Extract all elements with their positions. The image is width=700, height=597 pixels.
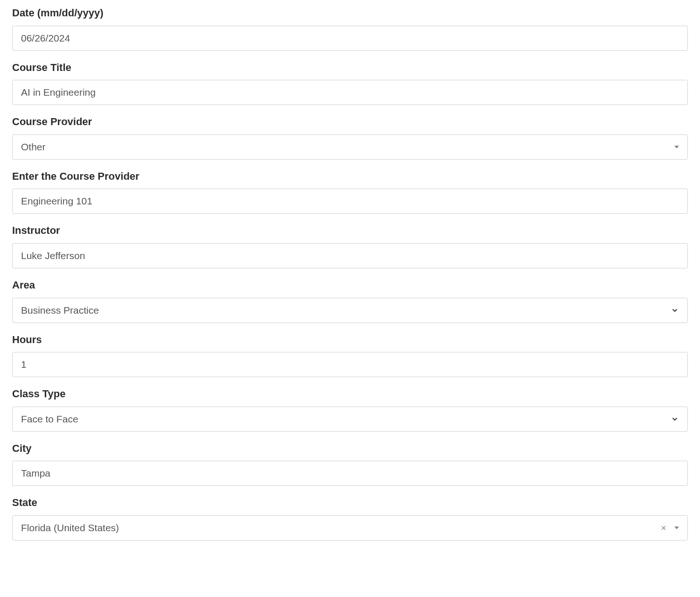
form-page: Date (mm/dd/yyyy) Course Title Course Pr… [0, 0, 700, 597]
area-select[interactable]: Business Practice [12, 298, 688, 323]
field-group-course-provider: Course Provider Other [12, 115, 688, 160]
state-value: Florida (United States) [21, 522, 660, 534]
hours-input[interactable] [21, 352, 679, 377]
course-provider-caret-wrapper [672, 146, 679, 148]
chevron-down-icon [671, 306, 679, 315]
course-title-input[interactable] [21, 80, 679, 105]
city-input[interactable] [21, 461, 679, 485]
enter-provider-input-wrapper [12, 189, 688, 214]
course-provider-select[interactable]: Other [12, 134, 688, 160]
field-group-city: City [12, 442, 688, 486]
field-group-area: Area Business Practice [12, 279, 688, 323]
class-type-value: Face to Face [21, 414, 671, 425]
enter-provider-label: Enter the Course Provider [12, 170, 688, 183]
course-provider-label: Course Provider [12, 115, 688, 129]
state-right-icons [660, 525, 679, 531]
caret-down-icon [674, 146, 679, 148]
state-label: State [12, 496, 688, 510]
chevron-down-icon [671, 415, 679, 423]
date-input-wrapper [12, 26, 688, 51]
state-select[interactable]: Florida (United States) [12, 515, 688, 541]
course-provider-value: Other [21, 141, 672, 153]
field-group-class-type: Class Type Face to Face [12, 387, 688, 432]
instructor-input[interactable] [21, 244, 679, 268]
instructor-label: Instructor [12, 224, 688, 238]
field-group-course-title: Course Title [12, 61, 688, 105]
caret-down-icon [674, 527, 679, 529]
field-group-date: Date (mm/dd/yyyy) [12, 7, 688, 51]
hours-label: Hours [12, 333, 688, 347]
date-label: Date (mm/dd/yyyy) [12, 7, 688, 20]
enter-provider-input[interactable] [21, 189, 679, 213]
course-title-label: Course Title [12, 61, 688, 75]
hours-input-wrapper [12, 352, 688, 377]
class-type-label: Class Type [12, 387, 688, 401]
field-group-enter-provider: Enter the Course Provider [12, 170, 688, 214]
city-input-wrapper [12, 461, 688, 486]
class-type-select[interactable]: Face to Face [12, 407, 688, 432]
instructor-input-wrapper [12, 243, 688, 268]
course-title-input-wrapper [12, 80, 688, 105]
clear-icon[interactable] [660, 525, 667, 531]
area-value: Business Practice [21, 305, 671, 316]
area-label: Area [12, 279, 688, 292]
date-input[interactable] [21, 26, 679, 50]
field-group-state: State Florida (United States) [12, 496, 688, 541]
field-group-hours: Hours [12, 333, 688, 378]
field-group-instructor: Instructor [12, 224, 688, 268]
city-label: City [12, 442, 688, 456]
